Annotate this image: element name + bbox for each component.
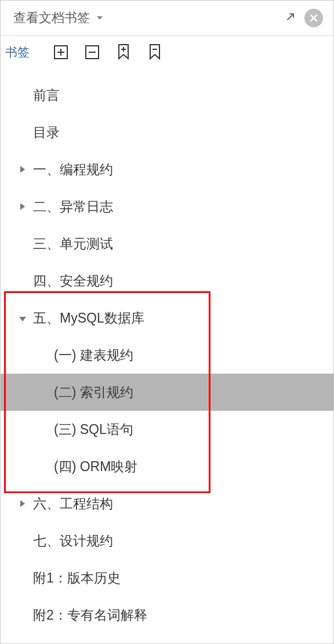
tree-item[interactable]: 二、异常日志 <box>1 188 333 225</box>
panel-header: 查看文档书签 <box>1 1 333 36</box>
tree-item[interactable]: 七、设计规约 <box>1 522 333 559</box>
dropdown-arrow-icon <box>97 16 103 20</box>
popout-icon[interactable] <box>285 11 296 26</box>
expand-all-icon[interactable] <box>53 44 69 60</box>
tree-item-label: 附2：专有名词解释 <box>33 606 147 624</box>
tree-item-label: (三) SQL语句 <box>54 421 133 439</box>
tree-item[interactable]: 五、MySQL数据库 <box>1 299 333 337</box>
tree-item-label: 一、编程规约 <box>33 161 113 179</box>
tree-item-label: 七、设计规约 <box>33 532 113 550</box>
tree-item[interactable]: (三) SQL语句 <box>1 411 333 448</box>
tree-item-label: 六、工程结构 <box>33 495 113 513</box>
tree-item-label: 前言 <box>33 86 60 104</box>
tree-item-label: (四) ORM映射 <box>54 458 137 476</box>
tree-item[interactable]: 目录 <box>1 114 333 151</box>
toolbar-icons <box>53 44 163 60</box>
remove-bookmark-icon[interactable] <box>147 44 163 60</box>
tree-item-label: (二) 索引规约 <box>54 383 133 401</box>
header-actions <box>285 9 323 27</box>
tree-item-label: (一) 建表规约 <box>54 346 133 364</box>
add-bookmark-icon[interactable] <box>115 44 132 60</box>
tree-item[interactable]: 附3：错误码列表 <box>1 634 333 644</box>
tree-item-label: 附1：版本历史 <box>33 569 121 587</box>
tree-item[interactable]: 一、编程规约 <box>1 151 333 188</box>
tree-item[interactable]: 前言 <box>1 77 333 114</box>
tree-item-label: 三、单元测试 <box>33 235 113 253</box>
chevron-down-icon[interactable] <box>12 312 33 324</box>
bookmark-tree: 前言目录一、编程规约二、异常日志三、单元测试四、安全规约五、MySQL数据库(一… <box>1 71 333 644</box>
tree-item-label: 目录 <box>33 124 60 142</box>
toolbar-label: 书签 <box>5 44 30 60</box>
close-button[interactable] <box>304 9 323 27</box>
tree-item-label: 四、安全规约 <box>33 272 113 290</box>
tree-item[interactable]: (二) 索引规约 <box>1 374 333 411</box>
tree-item[interactable]: 三、单元测试 <box>1 225 333 262</box>
tree-item[interactable]: 附1：版本历史 <box>1 559 333 596</box>
tree-item[interactable]: 附2：专有名词解释 <box>1 596 333 634</box>
chevron-right-icon[interactable] <box>12 498 33 510</box>
tree-item-label: 五、MySQL数据库 <box>33 309 144 327</box>
tree-item[interactable]: 四、安全规约 <box>1 262 333 299</box>
header-title: 查看文档书签 <box>13 9 90 27</box>
tree-item-label: 二、异常日志 <box>33 198 113 216</box>
tree-item[interactable]: (一) 建表规约 <box>1 337 333 374</box>
bookmarks-toolbar: 书签 <box>1 36 333 71</box>
collapse-all-icon[interactable] <box>84 44 100 60</box>
tree-item[interactable]: (四) ORM映射 <box>1 448 333 485</box>
chevron-right-icon[interactable] <box>12 201 33 213</box>
tree-item[interactable]: 六、工程结构 <box>1 485 333 522</box>
chevron-right-icon[interactable] <box>12 164 33 176</box>
view-bookmarks-dropdown[interactable]: 查看文档书签 <box>13 9 103 27</box>
